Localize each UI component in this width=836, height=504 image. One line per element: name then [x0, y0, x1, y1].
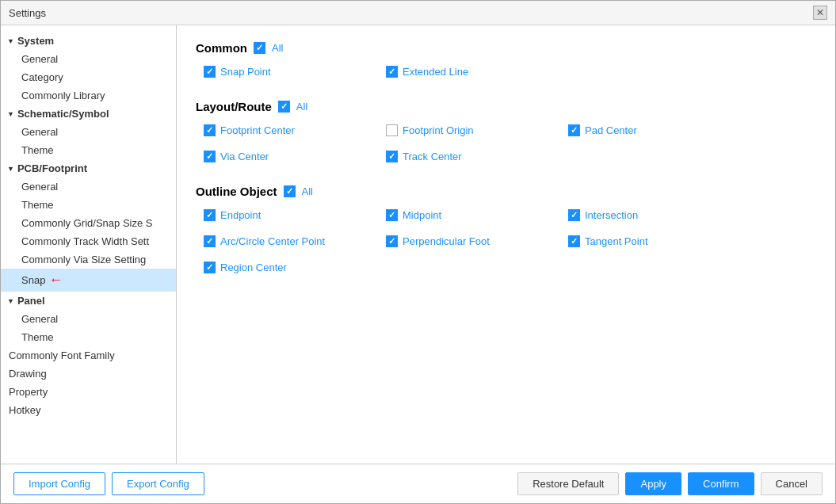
checkbox-perpendicular[interactable] [386, 235, 398, 247]
label-tangent: Tangent Point [585, 235, 648, 247]
section-title-outline: Outline Object [196, 185, 277, 198]
sidebar-item-pcb-snap[interactable]: Snap ← [1, 269, 176, 292]
sidebar-group-pcb-label: PCB/Footprint [17, 162, 87, 174]
footer: Import Config Export Config Restore Defa… [1, 464, 835, 503]
label-endpoint: Endpoint [220, 209, 261, 221]
sidebar-group-panel[interactable]: ▼ Panel [1, 292, 176, 310]
label-outline-all: All [302, 185, 313, 197]
checkbox-item-footprint-center: Footprint Center [204, 124, 386, 136]
settings-dialog: Settings ✕ ▼ System General Category Com… [0, 0, 836, 504]
red-arrow-icon: ← [48, 272, 63, 288]
checkbox-footprint-origin[interactable] [386, 124, 398, 136]
checkbox-item-midpoint: Midpoint [386, 209, 568, 221]
checkbox-midpoint[interactable] [386, 209, 398, 221]
checkbox-group-common: Snap Point Extended Line [196, 66, 816, 84]
sidebar-item-drawing[interactable]: Drawing [1, 365, 176, 383]
section-header-common: Common All [196, 41, 816, 55]
expand-icon-schematic: ▼ [7, 110, 14, 118]
dialog-body: ▼ System General Category Commonly Libra… [1, 25, 835, 464]
sidebar-item-pcb-grid-snap[interactable]: Commonly Grid/Snap Size S [1, 214, 176, 232]
sidebar-item-panel-theme[interactable]: Theme [1, 328, 176, 346]
label-common-all: All [272, 42, 283, 54]
sidebar-group-pcb[interactable]: ▼ PCB/Footprint [1, 159, 176, 178]
checkbox-tangent[interactable] [568, 235, 580, 247]
checkbox-common-all[interactable] [254, 42, 265, 54]
footer-right: Restore Default Apply Confirm Cancel [517, 472, 823, 495]
sidebar: ▼ System General Category Commonly Libra… [1, 25, 177, 464]
label-pad-center: Pad Center [585, 124, 637, 136]
label-footprint-center: Footprint Center [220, 124, 295, 136]
checkbox-item-region-center: Region Center [204, 262, 386, 273]
confirm-button[interactable]: Confirm [688, 472, 754, 495]
sidebar-item-pcb-general[interactable]: General [1, 178, 176, 196]
label-snap-point: Snap Point [220, 66, 271, 78]
restore-default-button[interactable]: Restore Default [517, 472, 619, 495]
checkbox-endpoint[interactable] [204, 209, 216, 221]
sidebar-item-pcb-via-size[interactable]: Commonly Via Size Setting [1, 250, 176, 269]
section-header-layout: Layout/Route All [196, 100, 816, 113]
checkbox-footprint-center[interactable] [204, 124, 216, 136]
sidebar-item-system-category[interactable]: Category [1, 68, 176, 86]
checkbox-via-center[interactable] [204, 151, 216, 162]
content-area: Common All Snap Point Extended Line Layo… [177, 25, 835, 464]
label-track-center: Track Center [403, 151, 462, 162]
checkbox-snap-point[interactable] [204, 66, 216, 78]
import-config-button[interactable]: Import Config [13, 472, 105, 495]
label-region-center: Region Center [220, 262, 287, 273]
dialog-title: Settings [9, 7, 46, 19]
export-config-button[interactable]: Export Config [112, 472, 204, 495]
checkbox-extended-line[interactable] [386, 66, 398, 78]
checkbox-item-pad-center: Pad Center [568, 124, 750, 136]
sidebar-item-pcb-track-width[interactable]: Commonly Track Width Sett [1, 232, 176, 250]
sidebar-item-system-general[interactable]: General [1, 50, 176, 68]
sidebar-group-panel-label: Panel [17, 295, 45, 307]
sidebar-item-hotkey[interactable]: Hotkey [1, 401, 176, 419]
sidebar-item-property[interactable]: Property [1, 383, 176, 401]
sidebar-item-schematic-theme[interactable]: Theme [1, 141, 176, 159]
sidebar-item-panel-general[interactable]: General [1, 310, 176, 328]
section-title-layout: Layout/Route [196, 100, 272, 113]
sidebar-group-system-label: System [17, 35, 54, 47]
checkbox-layout-all[interactable] [278, 101, 290, 113]
close-button[interactable]: ✕ [813, 6, 827, 20]
title-bar: Settings ✕ [1, 1, 835, 25]
section-header-outline: Outline Object All [196, 185, 816, 198]
checkbox-item-track-center: Track Center [386, 151, 568, 162]
checkbox-item-intersection: Intersection [568, 209, 750, 221]
checkbox-item-perpendicular: Perpendicular Foot [386, 235, 568, 247]
sidebar-group-system[interactable]: ▼ System [1, 32, 176, 50]
checkbox-item-extended-line: Extended Line [386, 66, 568, 78]
expand-icon-pcb: ▼ [7, 165, 14, 173]
label-footprint-origin: Footprint Origin [403, 124, 474, 136]
checkbox-outline-all[interactable] [284, 185, 296, 197]
sidebar-group-schematic[interactable]: ▼ Schematic/Symbol [1, 105, 176, 123]
checkbox-item-tangent: Tangent Point [568, 235, 750, 247]
sidebar-item-schematic-general[interactable]: General [1, 123, 176, 141]
checkbox-group-layout: Footprint Center Footprint Origin Pad Ce… [196, 124, 816, 169]
snap-label: Snap [21, 274, 45, 286]
checkbox-item-footprint-origin: Footprint Origin [386, 124, 568, 136]
label-midpoint: Midpoint [403, 209, 441, 221]
sidebar-item-pcb-theme[interactable]: Theme [1, 196, 176, 214]
apply-button[interactable]: Apply [625, 472, 681, 495]
sidebar-group-schematic-label: Schematic/Symbol [17, 108, 109, 120]
label-perpendicular: Perpendicular Foot [403, 235, 490, 247]
checkbox-item-arc-circle: Arc/Circle Center Point [204, 235, 386, 247]
checkbox-intersection[interactable] [568, 209, 580, 221]
label-layout-all: All [296, 101, 307, 113]
checkbox-item-endpoint: Endpoint [204, 209, 386, 221]
footer-left: Import Config Export Config [13, 472, 204, 495]
sidebar-item-commonly-library[interactable]: Commonly Library [1, 86, 176, 105]
checkbox-pad-center[interactable] [568, 124, 580, 136]
sidebar-item-commonly-font-family[interactable]: Commonly Font Family [1, 346, 176, 365]
label-intersection: Intersection [585, 209, 638, 221]
checkbox-arc-circle[interactable] [204, 235, 216, 247]
checkbox-region-center[interactable] [204, 262, 216, 273]
label-via-center: Via Center [220, 151, 269, 162]
checkbox-item-via-center: Via Center [204, 151, 386, 162]
checkbox-item-snap-point: Snap Point [204, 66, 386, 78]
checkbox-group-outline: Endpoint Midpoint Intersection Arc/Circl… [196, 209, 816, 280]
label-extended-line: Extended Line [403, 66, 468, 78]
checkbox-track-center[interactable] [386, 151, 398, 162]
cancel-button[interactable]: Cancel [761, 472, 823, 495]
